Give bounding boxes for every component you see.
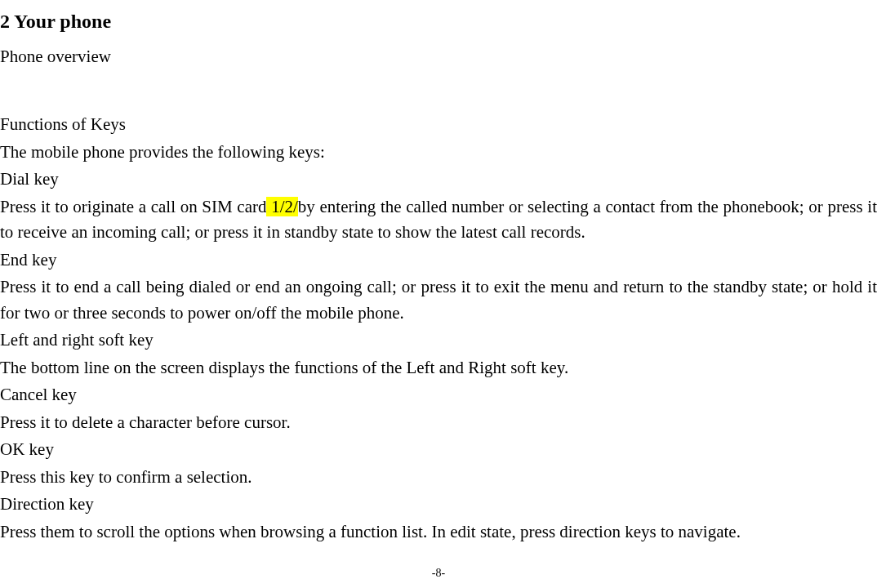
- dial-key-desc: Press it to originate a call on SIM card…: [0, 194, 877, 246]
- end-key-desc: Press it to end a call being dialed or e…: [0, 274, 877, 326]
- end-key-title: End key: [0, 247, 877, 274]
- cancel-key-title: Cancel key: [0, 382, 877, 408]
- cancel-key-desc: Press it to delete a character before cu…: [0, 410, 877, 436]
- functions-heading: Functions of Keys: [0, 112, 877, 138]
- direction-key-desc: Press them to scroll the options when br…: [0, 519, 877, 546]
- section-title: Phone overview: [0, 44, 877, 70]
- dial-key-title: Dial key: [0, 167, 877, 193]
- ok-key-title: OK key: [0, 437, 877, 463]
- softkey-title: Left and right soft key: [0, 327, 877, 354]
- ok-key-desc: Press this key to confirm a selection.: [0, 465, 877, 491]
- page-content: 2 Your phone Phone overview Functions of…: [0, 7, 877, 545]
- intro-text: The mobile phone provides the following …: [0, 140, 877, 166]
- softkey-desc: The bottom line on the screen displays t…: [0, 355, 877, 381]
- sim-highlight: 1/2/: [266, 197, 297, 216]
- chapter-heading: 2 Your phone: [0, 7, 877, 36]
- direction-key-title: Direction key: [0, 492, 877, 518]
- dial-desc-before: Press it to originate a call on SIM card: [0, 197, 266, 216]
- page-number: -8-: [432, 564, 445, 581]
